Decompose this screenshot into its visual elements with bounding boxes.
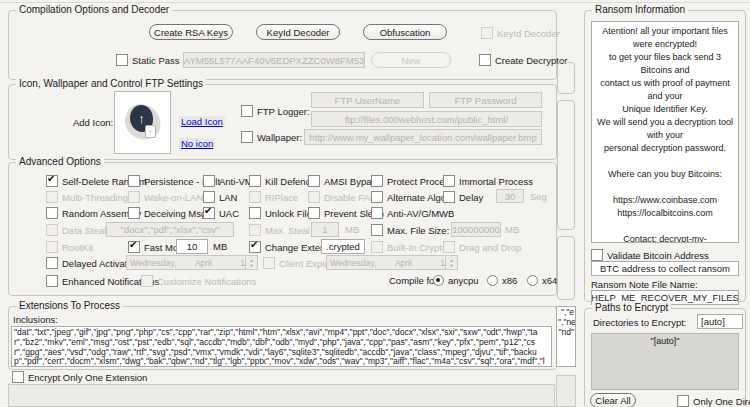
keyid-decoder-button[interactable]: KeyId Decoder — [256, 24, 340, 40]
checkbox-box — [371, 175, 383, 187]
max-file-size-checkbox[interactable]: Max. File Size: — [371, 224, 449, 236]
radio-label: anycpu — [448, 275, 479, 286]
checkbox-box — [371, 241, 383, 253]
create-decryptor-checkbox[interactable]: Create Decryptor — [479, 54, 567, 66]
checkbox-label: Validate Bitcoin Address — [607, 250, 709, 261]
clipped-text: "nd" — [558, 328, 574, 338]
spinner-icon — [245, 256, 257, 269]
checkbox-box — [46, 224, 58, 236]
radio-circle — [487, 275, 498, 286]
checkbox-label: Only One Directory — [693, 396, 750, 407]
validate-bitcoin-address-checkbox[interactable]: Validate Bitcoin Address — [591, 249, 709, 261]
checkbox-box — [46, 207, 58, 219]
wallpaper-url-field: http://www.my_wallpaper_location.com/wal… — [304, 129, 542, 145]
riplace-checkbox: RIPlace — [249, 191, 298, 203]
checkbox-box — [443, 175, 455, 187]
checkbox-box — [46, 175, 58, 187]
data-stealer-extensions-field: "docx","pdf","xlsx","csv" — [106, 222, 234, 237]
customize-notifications-checkbox: Customize Notifications — [141, 275, 256, 287]
spinner-icon — [445, 256, 457, 269]
directories-listbox[interactable]: "[auto]" — [591, 333, 739, 390]
compile-anycpu-radio[interactable]: anycpu — [433, 275, 479, 286]
cropped-panel-edge — [556, 375, 576, 407]
checkbox-box — [591, 249, 603, 261]
ftp-logger-checkbox[interactable]: FTP Logger: — [241, 105, 310, 117]
checkbox-box — [46, 275, 58, 287]
checkbox-box — [128, 191, 140, 203]
radio-label: x86 — [502, 275, 517, 286]
uac-checkbox[interactable]: UAC — [203, 207, 239, 219]
compile-x86-radio[interactable]: x86 — [487, 275, 517, 286]
ransomware-builder-window: Compilation Options and Decoder Create R… — [0, 0, 750, 407]
obfuscation-button[interactable]: Obfuscation — [363, 24, 447, 40]
checkbox-label: Wallpaper: — [257, 132, 302, 143]
max-file-size-field: 100000000 — [451, 222, 501, 237]
checkbox-label: Wake-on-LAN — [144, 192, 203, 203]
checkbox-label: Static Pass — [132, 55, 180, 66]
checkbox-box — [116, 54, 128, 66]
deceiving-msg-checkbox[interactable]: Deceiving Msg — [128, 207, 206, 219]
checkbox-box — [128, 175, 140, 187]
radio-circle — [433, 275, 444, 286]
ftp-password-field: FTP Password — [429, 92, 542, 108]
fast-mode-mb-label: MB — [213, 241, 227, 252]
anti-av-checkbox[interactable]: Anti-AV/G/MWB — [371, 207, 454, 219]
radio-label: x64 — [542, 275, 557, 286]
delay-checkbox[interactable]: Delay — [443, 191, 483, 203]
new-key-button: New — [371, 52, 451, 68]
checkbox-label: LAN — [219, 192, 237, 203]
built-in-crypter-checkbox: Built-In Crypter — [371, 241, 450, 253]
checkbox-box — [308, 191, 320, 203]
change-extension-field[interactable]: .crypted — [321, 239, 365, 254]
group-advanced-title: Advanced Options — [16, 156, 104, 167]
checkbox-label: Multi-Threading — [62, 192, 128, 203]
checkbox-box — [443, 191, 455, 203]
group-ransom-information: Ransom Information Atention! all your im… — [584, 10, 746, 302]
inclusions-label: Inclusions: — [13, 314, 58, 325]
checkbox-label: Disable FAC — [324, 192, 377, 203]
checkbox-box — [203, 191, 215, 203]
directories-field[interactable]: [auto] — [697, 314, 743, 329]
ransom-note-filename-label: Ransom Note File Name: — [591, 279, 698, 290]
checkbox-label: UAC — [219, 208, 239, 219]
protect-process-checkbox[interactable]: Protect Process — [371, 175, 454, 187]
no-icon-link[interactable]: No icon — [179, 138, 215, 149]
clear-all-button[interactable]: Clear All — [590, 393, 636, 407]
encrypt-only-one-extension-checkbox[interactable]: Encrypt Only One Extension — [12, 371, 147, 383]
wallpaper-checkbox[interactable]: Wallpaper: — [241, 131, 302, 143]
multi-threading-checkbox: Multi-Threading — [46, 191, 128, 203]
group-advanced-options: Advanced Options Self-Delete Ransom Pers… — [8, 162, 557, 296]
checkbox-box — [249, 224, 261, 236]
checkbox-label: Delay — [459, 192, 483, 203]
checkbox-label: Drag and Drop — [459, 242, 521, 253]
lan-checkbox[interactable]: LAN — [203, 191, 237, 203]
random-assembly-checkbox[interactable]: Random Assembly — [46, 207, 141, 219]
ftp-url-field: ftp://files.000webhost.com/public_html/ — [311, 111, 542, 127]
checkbox-label: Built-In Crypter — [387, 242, 450, 253]
compile-x64-radio[interactable]: x64 — [527, 275, 557, 286]
static-pass-checkbox[interactable]: Static Pass — [116, 54, 180, 66]
max-steal-mb-label: MB — [345, 224, 359, 235]
btc-address-field[interactable]: BTC address to collect ransom — [591, 261, 739, 276]
checkbox-box — [241, 131, 253, 143]
ransom-note-textarea[interactable]: Atention! all your important files were … — [591, 21, 739, 243]
max-file-mb-label: MB — [505, 224, 519, 235]
create-rsa-keys-button[interactable]: Create RSA Keys — [149, 24, 233, 40]
group-extensions: Extensions To Process Inclusions: "dat",… — [8, 306, 557, 370]
fast-mode-mb-field[interactable]: 10 — [176, 239, 208, 254]
checkbox-label: RIPlace — [265, 192, 298, 203]
checkbox-label: Alternate Algo — [387, 192, 446, 203]
immortal-process-checkbox[interactable]: Immortal Process — [443, 175, 533, 187]
checkbox-label: Customize Notifications — [157, 276, 256, 287]
inclusions-textarea[interactable]: "dat","txt","jpeg","gif","jpg","png","ph… — [11, 326, 552, 367]
app-icon-badge — [145, 125, 156, 138]
group-paths-to-encrypt: Paths to Encrypt Directories to Encrypt:… — [584, 308, 746, 407]
only-one-directory-checkbox[interactable]: Only One Directory — [677, 395, 750, 407]
exclusions-panel — [8, 384, 555, 407]
unlock-files-checkbox[interactable]: Unlock Files — [249, 207, 317, 219]
alternate-algo-checkbox[interactable]: Alternate Algo — [371, 191, 446, 203]
checkbox-box — [263, 257, 275, 269]
anti-vm-checkbox[interactable]: Anti-VM — [203, 175, 253, 187]
load-icon-link[interactable]: Load Icon — [179, 116, 225, 127]
delay-seg-label: Seg — [530, 191, 547, 202]
